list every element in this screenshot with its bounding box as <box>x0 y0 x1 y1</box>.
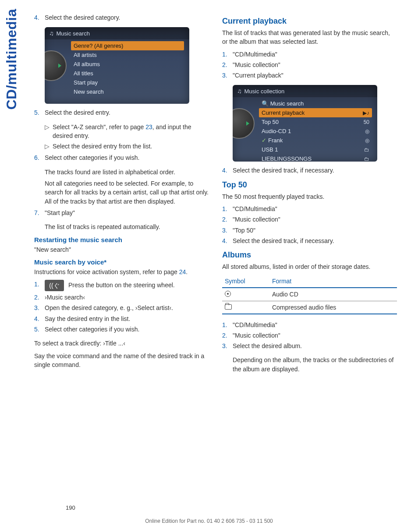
cp-step-4: Select the desired track, if necessary. <box>233 166 397 175</box>
cp-step-num-1: 1. <box>222 50 233 59</box>
table-head-format: Format <box>269 275 397 288</box>
cp-step-num-2: 2. <box>222 60 233 69</box>
voice-button-icon: ((ぐ <box>45 280 64 291</box>
alb-step-num-3: 3. <box>222 342 233 350</box>
triangle-bullet-icon: ▷ <box>45 142 53 151</box>
triangle-bullet-icon: ▷ <box>45 123 53 131</box>
t50-step-3: "Top 50" <box>233 226 397 235</box>
heading-restarting: Restarting the music search <box>34 236 209 243</box>
folder-icon <box>225 304 232 310</box>
albums-tail: Depending on the album, the tracks or th… <box>233 356 397 373</box>
table-cell-symbol <box>222 301 269 314</box>
screen1-row: Genre? (All genres) <box>71 41 184 50</box>
voice-tail-2: Say the voice command and the name of th… <box>34 352 209 370</box>
cp-step-num-4: 4. <box>222 166 233 175</box>
cp-step-3: "Current playback" <box>233 71 397 80</box>
format-table: Symbol Format Audio CD Compressed audio … <box>222 275 397 314</box>
screen1-row: All artists <box>71 50 184 60</box>
voice-step-4: Say the desired entry in the list. <box>45 314 209 323</box>
step-5-sub2: Select the desired entry from the list. <box>53 142 152 151</box>
screen2-row: Current playback▶♪ <box>259 108 372 117</box>
table-cell-format: Audio CD <box>269 288 397 301</box>
table-row: Audio CD <box>222 288 397 301</box>
voice-step-num-5: 5. <box>34 325 45 334</box>
screen2-row: 🔍 Music search <box>259 99 372 108</box>
albums-body: All stored albums, listed in order of th… <box>222 262 397 271</box>
voice-step-num-4: 4. <box>34 314 45 323</box>
t50-step-1: "CD/Multimedia" <box>233 204 397 213</box>
footer-text: Online Edition for Part no. 01 40 2 606 … <box>0 518 418 524</box>
alb-step-2: "Music collection" <box>233 331 397 340</box>
screen1-row: All titles <box>71 69 184 78</box>
table-cell-symbol <box>222 288 269 301</box>
screen2-row: Audio-CD 1◎ <box>259 127 372 136</box>
t50-step-num-2: 2. <box>222 215 233 224</box>
step-6-para2: Not all categories need to be selected. … <box>45 179 209 206</box>
screen1-title: Music search <box>57 30 90 37</box>
screen1-row: All albums <box>71 60 184 69</box>
folder-icon: 🗀 <box>364 156 369 162</box>
step-6-para1: The tracks found are listed in alphabeti… <box>45 168 209 176</box>
screen2-row: USB 1🗀 <box>259 145 372 154</box>
voice-step-3: Open the desired category, e. g., ›Selec… <box>45 303 209 312</box>
right-column: Current playback The list of tracks that… <box>222 13 397 376</box>
now-playing-icon: ▶♪ <box>363 110 369 116</box>
screenshot-music-search: ♫ Music search Genre? (All genres) All a… <box>45 27 189 104</box>
t50-step-num-1: 1. <box>222 204 233 213</box>
screenshot-music-collection: ♫ Music collection 🔍 Music search Curren… <box>233 85 377 162</box>
step-7-para: The list of tracks is repeated automatic… <box>45 222 209 231</box>
alb-step-num-2: 2. <box>222 331 233 340</box>
alb-step-1: "CD/Multimedia" <box>233 321 397 329</box>
step-5-text: Select the desired entry. <box>45 108 209 117</box>
disc-icon: ◎ <box>365 128 369 134</box>
heading-voice: Music search by voice* <box>34 258 209 266</box>
check-icon: ✓ <box>262 137 266 144</box>
step-5-sub1: Select "A-Z search", refer to page 23, a… <box>53 123 209 141</box>
heading-albums: Albums <box>222 250 397 260</box>
cp-step-num-3: 3. <box>222 71 233 80</box>
alb-step-num-1: 1. <box>222 321 233 329</box>
alb-step-3: Select the desired album. <box>233 342 397 350</box>
step-7-text: "Start play" <box>45 208 209 217</box>
screen1-row: Start play <box>71 78 184 87</box>
voice-step-num-1: 1. <box>34 280 45 289</box>
voice-step-2: ›Music search‹ <box>45 293 209 302</box>
voice-intro: Instructions for voice activation system… <box>34 268 209 276</box>
voice-step-1: ((ぐ Press the button on the steering whe… <box>45 280 209 291</box>
page-ref-23[interactable]: 23 <box>145 123 152 130</box>
step-number-6: 6. <box>34 153 45 162</box>
step-number-7: 7. <box>34 208 45 217</box>
top50-body: The 50 most frequently played tracks. <box>222 192 397 201</box>
restart-body: "New search" <box>34 245 209 254</box>
screen2-row: Top 5050 <box>259 117 372 127</box>
current-playback-body: The list of tracks that was generated la… <box>222 28 397 46</box>
top50-count: 50 <box>364 119 369 125</box>
heading-current-playback: Current playback <box>222 17 397 26</box>
t50-step-4: Select the desired track, if necessary. <box>233 236 397 245</box>
t50-step-2: "Music collection" <box>233 215 397 224</box>
step-number-5: 5. <box>34 108 45 117</box>
t50-step-num-4: 4. <box>222 236 233 245</box>
side-tab: CD/multimedia <box>4 9 20 110</box>
table-head-symbol: Symbol <box>222 275 269 288</box>
cp-step-2: "Music collection" <box>233 60 397 69</box>
folder-icon: 🗀 <box>364 147 369 153</box>
table-row: Compressed audio files <box>222 301 397 314</box>
step-6-text: Select other categories if you wish. <box>45 153 209 162</box>
step-4-text: Select the desired category. <box>45 13 209 22</box>
table-cell-format: Compressed audio files <box>269 301 397 314</box>
voice-tail-1: To select a track directly: ›Title ...‹ <box>34 339 209 348</box>
screen2-title: Music collection <box>244 88 285 95</box>
screen1-row: New search <box>71 87 184 96</box>
screen2-row: LIEBLINGSSONGS🗀 <box>259 154 372 162</box>
voice-step-num-2: 2. <box>34 293 45 302</box>
t50-step-num-3: 3. <box>222 226 233 235</box>
screen2-row: ✓Frank◎ <box>259 136 372 145</box>
music-icon: ♫ <box>237 88 242 95</box>
page-number: 190 <box>66 504 75 511</box>
cp-step-1: "CD/Multimedia" <box>233 50 397 59</box>
voice-step-5: Select other categories if you wish. <box>45 325 209 334</box>
voice-step-num-3: 3. <box>34 303 45 312</box>
page-ref-24[interactable]: 24 <box>179 268 186 275</box>
left-column: 4. Select the desired category. ♫ Music … <box>34 13 209 376</box>
